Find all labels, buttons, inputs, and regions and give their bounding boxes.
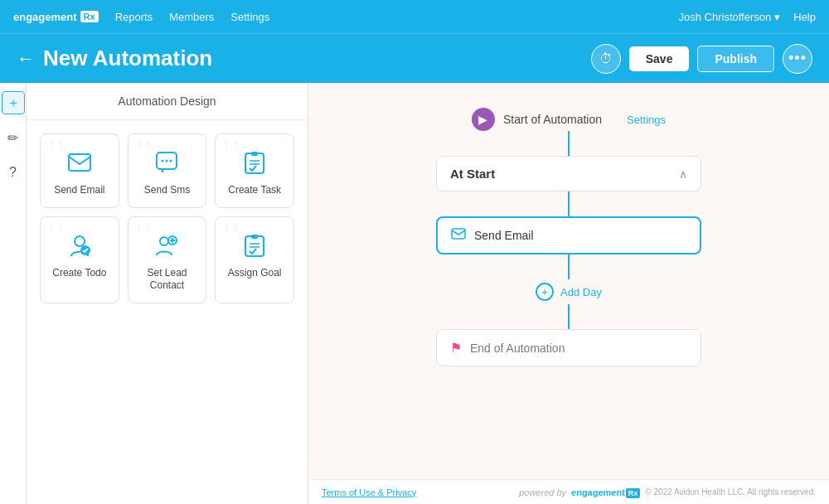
main-layout: ＋ ✏ ? Automation Design ⋮⋮ Send Email: [0, 83, 829, 504]
save-button[interactable]: Save: [629, 46, 690, 71]
logo-rx: Rx: [80, 11, 99, 22]
at-start-block[interactable]: At Start ∧: [436, 156, 701, 191]
terms-link[interactable]: Terms of Use & Privacy: [322, 487, 416, 497]
email-icon: [451, 228, 466, 243]
flow-container: ▶ Start of Automation Settings At Start …: [403, 108, 734, 366]
connector-line-2: [568, 191, 570, 216]
start-play-icon: ▶: [472, 108, 495, 131]
chevron-up-icon: ∧: [679, 167, 687, 181]
design-item-send-email[interactable]: ⋮⋮ Send Email: [40, 133, 119, 208]
connector-line-1: [568, 131, 570, 156]
svg-rect-19: [452, 229, 465, 239]
nav-right: Josh Christofferson ▾ Help: [678, 11, 816, 23]
svg-point-2: [162, 160, 164, 162]
set-lead-contact-label: Set Lead Contact: [147, 267, 187, 293]
svg-point-9: [75, 236, 85, 246]
send-email-flow-label: Send Email: [474, 229, 534, 242]
add-day-row: + Add Day: [536, 283, 602, 301]
header-actions: ⏱ Save Publish •••: [591, 44, 812, 74]
drag-dots: ⋮⋮: [135, 139, 153, 148]
drag-dots: ⋮⋮: [47, 222, 65, 231]
more-icon: •••: [788, 50, 807, 67]
flag-icon: ⚑: [450, 340, 462, 356]
copyright-text: © 2022 Avidon Health LLC. All rights res…: [645, 487, 816, 497]
connector-line-3: [568, 254, 570, 279]
nav-settings[interactable]: Settings: [230, 11, 269, 23]
at-start-text: At Start: [450, 167, 495, 181]
send-sms-icon: [152, 148, 182, 177]
assign-goal-label: Assign Goal: [228, 267, 282, 280]
svg-rect-6: [251, 152, 258, 156]
set-lead-contact-icon: [152, 230, 182, 260]
design-item-set-lead-contact[interactable]: ⋮⋮ Set Lead Contact: [128, 216, 207, 303]
sidebar-edit-icon[interactable]: ✏: [2, 126, 25, 149]
design-grid: ⋮⋮ Send Email ⋮⋮: [27, 120, 308, 317]
title-area: ← New Automation: [17, 46, 212, 71]
send-email-block[interactable]: Send Email: [436, 216, 701, 254]
powered-by-text: powered by: [519, 487, 566, 497]
footer-brand: engagementRx: [571, 487, 640, 497]
design-panel-header: Automation Design: [27, 83, 308, 120]
flow-start: ▶ Start of Automation Settings: [472, 108, 666, 131]
assign-goal-icon: [240, 230, 269, 260]
create-todo-label: Create Todo: [52, 267, 106, 280]
history-icon: ⏱: [599, 51, 613, 66]
svg-point-4: [170, 160, 172, 162]
drag-dots: ⋮⋮: [222, 139, 240, 148]
history-button[interactable]: ⏱: [591, 44, 621, 74]
svg-rect-16: [251, 235, 258, 239]
top-nav: engagement Rx Reports Members Settings J…: [0, 0, 829, 33]
svg-rect-5: [245, 153, 264, 173]
connector-line-4: [568, 304, 570, 329]
drag-dots: ⋮⋮: [47, 139, 65, 148]
create-task-icon: [240, 148, 269, 177]
design-panel: Automation Design ⋮⋮ Send Email ⋮⋮: [27, 83, 308, 504]
footer-right: powered by engagementRx © 2022 Avidon He…: [519, 487, 816, 497]
send-sms-label: Send Sms: [144, 184, 190, 197]
drag-dots: ⋮⋮: [135, 222, 153, 231]
add-day-label[interactable]: Add Day: [560, 286, 602, 298]
logo-text: engagement: [13, 11, 77, 23]
create-task-label: Create Task: [228, 184, 281, 197]
design-item-create-todo[interactable]: ⋮⋮ Create Todo: [40, 216, 119, 303]
help-link[interactable]: Help: [793, 11, 816, 23]
end-block: ⚑ End of Automation: [436, 329, 701, 366]
settings-link[interactable]: Settings: [627, 114, 666, 126]
page-header: ← New Automation ⏱ Save Publish •••: [0, 33, 829, 83]
svg-point-11: [160, 237, 168, 245]
design-item-send-sms[interactable]: ⋮⋮ Send Sms: [128, 133, 207, 208]
page-title: New Automation: [43, 46, 212, 71]
svg-point-3: [166, 160, 168, 162]
sidebar-help-icon[interactable]: ?: [2, 161, 25, 184]
drag-dots: ⋮⋮: [222, 222, 240, 231]
svg-rect-15: [245, 236, 264, 256]
logo[interactable]: engagement Rx: [13, 11, 99, 23]
nav-left: engagement Rx Reports Members Settings: [13, 11, 269, 23]
footer: Terms of Use & Privacy powered by engage…: [308, 479, 829, 504]
add-day-button[interactable]: +: [536, 283, 554, 301]
start-label: Start of Automation: [503, 113, 602, 126]
user-name[interactable]: Josh Christofferson ▾: [678, 11, 780, 23]
create-todo-icon: [65, 230, 95, 260]
sidebar-icons: ＋ ✏ ?: [0, 83, 27, 504]
end-label: End of Automation: [470, 342, 565, 355]
publish-button[interactable]: Publish: [697, 46, 774, 72]
back-button[interactable]: ←: [17, 48, 35, 70]
send-email-icon: [65, 148, 95, 177]
nav-reports[interactable]: Reports: [115, 11, 153, 23]
design-item-assign-goal[interactable]: ⋮⋮ Assign Goal: [215, 216, 294, 303]
more-button[interactable]: •••: [783, 44, 812, 74]
canvas-area[interactable]: ▶ Start of Automation Settings At Start …: [308, 83, 829, 504]
svg-rect-0: [69, 154, 90, 171]
sidebar-add-icon[interactable]: ＋: [2, 91, 25, 114]
design-item-create-task[interactable]: ⋮⋮ Create Task: [215, 133, 294, 208]
nav-members[interactable]: Members: [169, 11, 214, 23]
send-email-label: Send Email: [54, 184, 104, 197]
